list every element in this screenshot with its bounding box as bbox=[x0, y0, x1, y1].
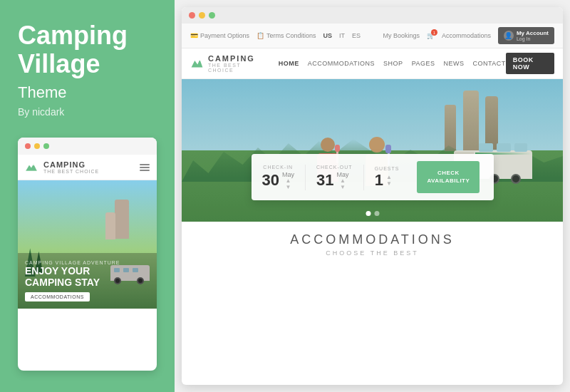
lang-es[interactable]: ES bbox=[352, 32, 361, 39]
terms-icon: 📋 bbox=[256, 32, 264, 39]
accommodations-subtitle: CHOOSE THE BEST bbox=[196, 249, 549, 257]
carousel-dot-2[interactable] bbox=[374, 211, 379, 216]
nav-item-pages[interactable]: PAGES bbox=[412, 60, 435, 67]
cart-badge: 1 bbox=[431, 29, 437, 36]
mockup-mountain-icon bbox=[25, 161, 38, 174]
my-bookings-link[interactable]: My Bookings bbox=[383, 32, 420, 39]
nav-logo-main-text: CAMPING bbox=[208, 54, 261, 63]
terms-conditions-label: Terms Conditions bbox=[266, 32, 316, 39]
dot-yellow bbox=[34, 143, 40, 149]
left-panel: Camping Village Theme By nicdark CAMPING… bbox=[0, 0, 175, 392]
checkout-label: CHECK-OUT bbox=[316, 165, 353, 170]
nav-logo: CAMPING THE BEST CHOICE bbox=[190, 54, 261, 73]
mockup-hero: CAMPING VILLAGE ADVENTURE ENJOY YOUR CAM… bbox=[18, 180, 157, 309]
payment-options-item[interactable]: 💳 Payment Options bbox=[190, 32, 249, 39]
nav-item-news[interactable]: NEWS bbox=[443, 60, 464, 67]
photo-overlay bbox=[182, 79, 563, 222]
account-avatar: 👤 bbox=[504, 31, 514, 41]
utility-bar: 💳 Payment Options 📋 Terms Conditions US … bbox=[182, 24, 563, 48]
dot-red bbox=[25, 143, 31, 149]
checkout-field: CHECK-OUT 31 May ▲ ▼ bbox=[306, 165, 364, 190]
lang-it[interactable]: IT bbox=[339, 32, 345, 39]
browser-dot-yellow[interactable] bbox=[199, 12, 205, 19]
utility-left: 💳 Payment Options 📋 Terms Conditions US … bbox=[190, 32, 361, 39]
account-sub-label: Log In bbox=[517, 36, 549, 41]
browser-dot-red[interactable] bbox=[189, 12, 195, 19]
browser-dot-green[interactable] bbox=[209, 12, 215, 19]
mockup-hero-button[interactable]: ACCOMMODATIONS bbox=[25, 292, 90, 301]
mockup-hero-small-text: CAMPING VILLAGE ADVENTURE bbox=[25, 260, 150, 265]
browser-chrome bbox=[182, 7, 563, 24]
mockup-hamburger-icon[interactable] bbox=[140, 164, 150, 171]
dot-green bbox=[43, 143, 49, 149]
hero-section: CHECK-IN 30 May ▲ ▼ CHECK-OUT bbox=[182, 79, 563, 222]
browser-window: 💳 Payment Options 📋 Terms Conditions US … bbox=[182, 7, 563, 385]
accommodations-title: ACCOMMODATIONS bbox=[196, 232, 549, 247]
right-panel: 💳 Payment Options 📋 Terms Conditions US … bbox=[175, 0, 570, 392]
mockup-logo-text: CAMPING bbox=[43, 160, 99, 169]
checkin-field: CHECK-IN 30 May ▲ ▼ bbox=[262, 165, 306, 190]
nav-logo-sub-text: THE BEST CHOICE bbox=[208, 63, 261, 73]
book-now-button[interactable]: BOOK NOW bbox=[506, 53, 554, 74]
nav-item-home[interactable]: HOME bbox=[279, 60, 299, 67]
lang-us[interactable]: US bbox=[323, 32, 333, 39]
theme-title: Camping Village bbox=[18, 21, 157, 78]
main-nav: CAMPING THE BEST CHOICE HOME ACCOMMODATI… bbox=[182, 48, 563, 79]
utility-right: My Bookings 🛒 1 Accommodations 👤 My Acco… bbox=[383, 27, 554, 44]
guests-label: GUESTS bbox=[375, 166, 400, 171]
mockup-nav: CAMPING THE BEST CHOICE bbox=[18, 155, 157, 180]
mockup-logo-wrap: CAMPING THE BEST CHOICE bbox=[43, 160, 99, 174]
hero-image-area bbox=[182, 79, 563, 222]
accommodations-utility-link[interactable]: Accommodations bbox=[442, 32, 491, 39]
checkin-arrows[interactable]: ▲ ▼ bbox=[282, 178, 294, 190]
account-label: My Account bbox=[517, 30, 549, 36]
theme-subtitle: Theme bbox=[18, 83, 157, 102]
guests-value: 1 bbox=[375, 172, 383, 188]
mockup-hero-overlay: CAMPING VILLAGE ADVENTURE ENJOY YOUR CAM… bbox=[18, 253, 157, 309]
mockup-titlebar bbox=[18, 138, 157, 155]
nav-item-shop[interactable]: SHOP bbox=[383, 60, 403, 67]
checkin-day: 30 bbox=[262, 172, 279, 188]
accommodations-section: ACCOMMODATIONS CHOOSE THE BEST bbox=[182, 222, 563, 264]
booking-widget: CHECK-IN 30 May ▲ ▼ CHECK-OUT bbox=[252, 154, 494, 200]
check-availability-button[interactable]: CHECK AVAILABILITY bbox=[417, 161, 480, 193]
mockup-hero-title: ENJOY YOUR CAMPING STAY bbox=[25, 265, 150, 289]
mobile-mockup: CAMPING THE BEST CHOICE bbox=[18, 138, 157, 371]
nav-items: HOME ACCOMMODATIONS SHOP PAGES NEWS CONT… bbox=[279, 60, 506, 67]
carousel-dots bbox=[366, 211, 379, 216]
checkout-arrows[interactable]: ▲ ▼ bbox=[336, 178, 348, 190]
payment-options-label: Payment Options bbox=[200, 32, 249, 39]
guests-arrows[interactable]: ▲ ▼ bbox=[386, 175, 392, 187]
nav-item-contact[interactable]: CONTACT bbox=[472, 60, 505, 67]
theme-author: By nicdark bbox=[18, 106, 157, 118]
terms-conditions-item[interactable]: 📋 Terms Conditions bbox=[256, 32, 316, 39]
cart-icon-wrap[interactable]: 🛒 1 bbox=[427, 32, 435, 39]
nav-mountain-icon bbox=[190, 56, 204, 71]
nav-logo-text-wrap: CAMPING THE BEST CHOICE bbox=[208, 54, 261, 73]
carousel-dot-1[interactable] bbox=[366, 211, 370, 216]
checkin-label: CHECK-IN bbox=[262, 165, 295, 170]
mockup-logo-sub: THE BEST CHOICE bbox=[43, 169, 99, 174]
checkout-day: 31 bbox=[316, 172, 333, 188]
nav-item-accommodations[interactable]: ACCOMMODATIONS bbox=[308, 60, 375, 67]
my-account-button[interactable]: 👤 My Account Log In bbox=[498, 27, 554, 44]
payment-icon: 💳 bbox=[190, 32, 198, 39]
guests-field: GUESTS 1 ▲ ▼ bbox=[364, 166, 410, 188]
